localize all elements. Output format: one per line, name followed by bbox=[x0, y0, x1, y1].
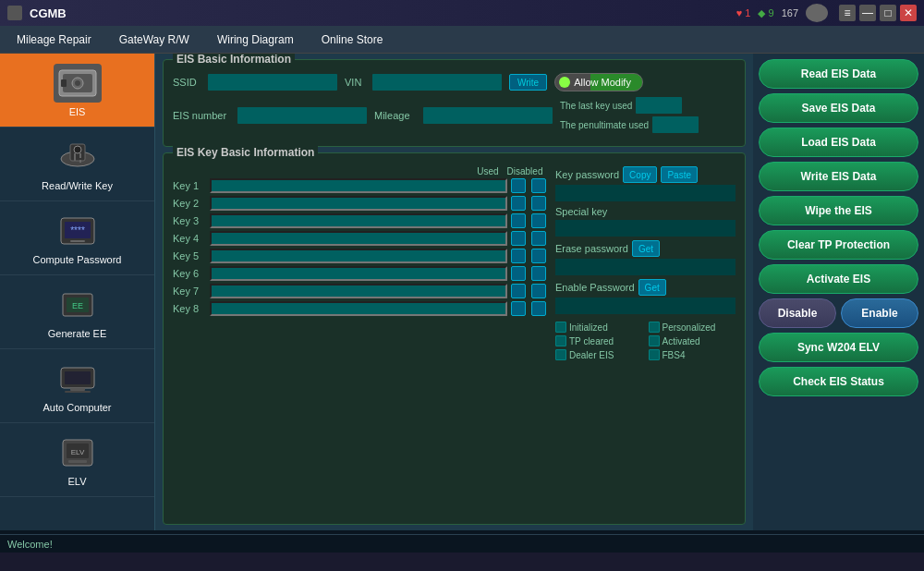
vin-label: VIN bbox=[345, 77, 365, 88]
get-enable-button[interactable]: Get bbox=[638, 279, 666, 296]
key-label-1: Key 1 bbox=[173, 180, 206, 191]
key-bar-2[interactable] bbox=[210, 196, 507, 211]
copy-button[interactable]: Copy bbox=[623, 166, 657, 183]
clear-tp-button[interactable]: Clear TP Protection bbox=[759, 230, 918, 260]
sidebar: EIS Read/Write Key bbox=[0, 54, 155, 530]
menu-wiring[interactable]: Wiring Diagram bbox=[204, 30, 307, 50]
minimize-button[interactable]: — bbox=[859, 5, 876, 21]
used-check-5 bbox=[511, 249, 528, 263]
get-erase-button[interactable]: Get bbox=[632, 240, 660, 257]
penultimate-input[interactable] bbox=[652, 116, 699, 133]
key-bar-4[interactable] bbox=[210, 231, 507, 246]
key-bar-6[interactable] bbox=[210, 266, 507, 281]
fbs4-checkbox[interactable] bbox=[649, 349, 660, 360]
read-eis-button[interactable]: Read EIS Data bbox=[759, 59, 918, 89]
sync-w204-button[interactable]: Sync W204 ELV bbox=[759, 333, 918, 362]
paste-button[interactable]: Paste bbox=[661, 166, 698, 183]
menu-gateway[interactable]: GateWay R/W bbox=[106, 30, 202, 50]
used-checkbox-7[interactable] bbox=[511, 284, 526, 298]
disabled-checkbox-1[interactable] bbox=[531, 178, 546, 193]
menu-button[interactable]: ≡ bbox=[839, 5, 856, 21]
check-status-button[interactable]: Check EIS Status bbox=[759, 367, 918, 396]
key-row-6: Key 6 bbox=[173, 266, 548, 281]
disabled-checkbox-7[interactable] bbox=[531, 284, 546, 298]
enable-password-input[interactable] bbox=[555, 298, 736, 314]
sidebar-item-elv[interactable]: ELV ELV bbox=[0, 423, 154, 497]
special-key-input[interactable] bbox=[555, 220, 736, 237]
status-personalized: Personalized bbox=[649, 322, 736, 333]
vin-input[interactable] bbox=[372, 74, 502, 91]
initialized-checkbox[interactable] bbox=[555, 322, 566, 333]
eis-key-panel: EIS Key Basic Information Used Disabled … bbox=[163, 152, 746, 525]
key-password-input[interactable] bbox=[555, 185, 736, 201]
ssid-label: SSID bbox=[173, 77, 201, 88]
write-eis-button[interactable]: Write EIS Data bbox=[759, 162, 918, 191]
activated-checkbox[interactable] bbox=[649, 335, 660, 346]
personalized-label: Personalized bbox=[663, 322, 716, 333]
eis-key-title: EIS Key Basic Information bbox=[173, 146, 318, 159]
write-button[interactable]: Write bbox=[509, 74, 547, 91]
sidebar-item-generateee[interactable]: EE Generate EE bbox=[0, 275, 154, 349]
last-key-input[interactable] bbox=[636, 97, 682, 114]
status-tp-cleared: TP cleared bbox=[555, 335, 643, 346]
key-bar-1[interactable] bbox=[210, 178, 507, 193]
used-checkbox-5[interactable] bbox=[511, 249, 526, 263]
activate-eis-button[interactable]: Activate EIS bbox=[759, 264, 918, 294]
disabled-checkbox-6[interactable] bbox=[531, 266, 546, 281]
svg-rect-8 bbox=[74, 153, 76, 161]
used-checkbox-8[interactable] bbox=[511, 301, 526, 316]
load-eis-button[interactable]: Load EIS Data bbox=[759, 128, 918, 157]
sidebar-item-eis[interactable]: EIS bbox=[0, 54, 154, 128]
eis-icon bbox=[54, 64, 102, 103]
disabled-checkbox-4[interactable] bbox=[531, 231, 546, 246]
disabled-checkbox-8[interactable] bbox=[531, 301, 546, 316]
disabled-checkbox-2[interactable] bbox=[531, 196, 546, 211]
used-checkbox-6[interactable] bbox=[511, 266, 526, 281]
elv-icon: ELV bbox=[54, 433, 102, 472]
allow-modify-button[interactable]: Allow Modify bbox=[554, 73, 643, 91]
generateee-icon: EE bbox=[54, 286, 102, 324]
disabled-checkbox-3[interactable] bbox=[531, 213, 546, 228]
mileage-input[interactable] bbox=[423, 107, 553, 124]
disable-button[interactable]: Disable bbox=[759, 298, 836, 328]
key-bar-7[interactable] bbox=[210, 284, 507, 298]
menu-mileage-repair[interactable]: Mileage Repair bbox=[4, 30, 104, 50]
erase-password-input[interactable] bbox=[555, 259, 736, 275]
key-bar-5[interactable] bbox=[210, 249, 507, 263]
close-button[interactable]: ✕ bbox=[900, 5, 917, 21]
dealer-eis-checkbox[interactable] bbox=[555, 349, 566, 360]
disable-enable-row: Disable Enable bbox=[759, 298, 918, 328]
used-checkbox-3[interactable] bbox=[511, 213, 526, 228]
save-eis-button[interactable]: Save EIS Data bbox=[759, 93, 918, 123]
menu-online-store[interactable]: Online Store bbox=[309, 30, 396, 50]
status-activated: Activated bbox=[649, 335, 736, 346]
used-checkbox-2[interactable] bbox=[511, 196, 526, 211]
used-checkbox-1[interactable] bbox=[511, 178, 526, 193]
disabled-checkbox-5[interactable] bbox=[531, 249, 546, 263]
counter-value: 167 bbox=[782, 7, 798, 18]
initialized-label: Initialized bbox=[569, 322, 608, 333]
content-area: EIS Basic Information SSID VIN Write All… bbox=[155, 54, 753, 530]
fbs4-label: FBS4 bbox=[663, 350, 686, 360]
tp-cleared-label: TP cleared bbox=[569, 336, 614, 346]
key-bar-3[interactable] bbox=[210, 213, 507, 228]
eis-number-input[interactable] bbox=[237, 107, 367, 124]
tp-cleared-checkbox[interactable] bbox=[555, 335, 566, 346]
sidebar-item-compute[interactable]: **** Compute Password bbox=[0, 201, 154, 275]
ssid-input[interactable] bbox=[208, 74, 337, 91]
disabled-col-label: Disabled bbox=[502, 166, 548, 176]
sidebar-label-eis: EIS bbox=[69, 106, 86, 117]
key-bar-8[interactable] bbox=[210, 301, 507, 316]
sidebar-item-readwrite[interactable]: Read/Write Key bbox=[0, 128, 154, 201]
app-icon bbox=[7, 6, 22, 20]
svg-rect-19 bbox=[65, 371, 91, 384]
key-row-5: Key 5 bbox=[173, 249, 548, 263]
sidebar-item-autocomputer[interactable]: Auto Computer bbox=[0, 349, 154, 423]
eis-basic-title: EIS Basic Information bbox=[173, 54, 295, 66]
maximize-button[interactable]: □ bbox=[880, 5, 896, 21]
wipe-eis-button[interactable]: Wipe the EIS bbox=[759, 196, 918, 225]
readwrite-icon bbox=[54, 138, 102, 176]
used-checkbox-4[interactable] bbox=[511, 231, 526, 246]
enable-button[interactable]: Enable bbox=[841, 298, 918, 328]
personalized-checkbox[interactable] bbox=[649, 322, 660, 333]
